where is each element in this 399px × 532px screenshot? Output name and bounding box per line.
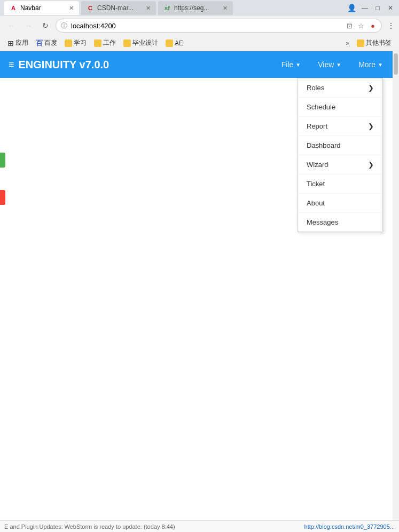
back-button[interactable]: ←: [4, 19, 18, 33]
bm-work-label: 工作: [103, 38, 116, 47]
address-actions: ⊡ ☆ ●: [345, 21, 378, 30]
dropdown-report[interactable]: Report ❯: [298, 117, 382, 136]
maximize-button[interactable]: □: [373, 4, 382, 12]
roles-caret-icon: ❯: [368, 84, 374, 92]
address-bar: ← → ↻ ⓘ ⊡ ☆ ● ⋮: [0, 16, 399, 35]
tab-navbar[interactable]: A Navbar ✕: [4, 1, 79, 15]
translate-icon[interactable]: ⊡: [345, 21, 354, 30]
dropdown-about-label: About: [307, 199, 325, 207]
view-caret-icon: ▼: [336, 62, 341, 68]
file-caret-icon: ▼: [295, 62, 301, 68]
bm-other[interactable]: 其他书签: [354, 37, 395, 49]
dropdown-wizard[interactable]: Wizard ❯: [298, 155, 382, 174]
nav-view-label: View: [318, 60, 334, 69]
dropdown-dashboard[interactable]: Dashboard: [298, 136, 382, 155]
bm-study[interactable]: 学习: [61, 37, 90, 49]
minimize-button[interactable]: —: [361, 4, 369, 12]
lock-icon: ⓘ: [61, 21, 67, 30]
nav-more-label: More: [358, 60, 375, 69]
left-edge-tabs: [0, 153, 5, 205]
bm-graduation-label: 毕业设计: [132, 38, 158, 47]
bm-apps-label: 应用: [15, 38, 28, 47]
profile-button[interactable]: 👤: [347, 4, 356, 12]
angular-icon: A: [10, 4, 17, 12]
csdn-icon: C: [87, 4, 94, 12]
status-text: E and Plugin Updates: WebStorm is ready …: [4, 523, 175, 530]
browser-menu-button[interactable]: ⋮: [387, 21, 395, 30]
status-link[interactable]: http://blog.csdn.net/m0_3772905...: [304, 523, 395, 530]
app-area: ≡ ENGINUITY v7.0.0 File ▼ View ▼ More ▼: [0, 51, 399, 520]
bookmarks-bar: ⊞ 应用 百 百度 学习 工作 毕业设计 AE » 其他书签: [0, 35, 399, 51]
reload-button[interactable]: ↻: [38, 19, 52, 33]
dropdown-roles[interactable]: Roles ❯: [298, 78, 382, 98]
dropdown-messages[interactable]: Messages: [298, 213, 382, 232]
dropdown-dashboard-label: Dashboard: [307, 141, 341, 149]
edge-tab-green[interactable]: [0, 153, 5, 168]
address-wrapper: ⓘ ⊡ ☆ ●: [56, 19, 382, 33]
title-bar: A Navbar ✕ C CSDN-mar... ✕ sf https://se…: [0, 0, 399, 16]
dropdown-schedule-label: Schedule: [307, 103, 335, 111]
tab-label-navbar: Navbar: [20, 4, 66, 12]
new-tab-area[interactable]: [235, 1, 256, 15]
bm-work[interactable]: 工作: [91, 37, 119, 49]
dropdown-about[interactable]: About: [298, 194, 382, 213]
nav-file[interactable]: File ▼: [274, 51, 308, 78]
dropdown-wizard-label: Wizard: [307, 161, 328, 169]
edge-tab-red[interactable]: [0, 190, 5, 205]
report-caret-icon: ❯: [368, 122, 374, 130]
more-dropdown-menu: Roles ❯ Schedule Report ❯ Dashboard Wiza…: [298, 78, 383, 232]
tab-close-navbar[interactable]: ✕: [69, 5, 74, 12]
dropdown-schedule[interactable]: Schedule: [298, 98, 382, 117]
dropdown-ticket[interactable]: Ticket: [298, 174, 382, 194]
nav-view[interactable]: View ▼: [310, 51, 349, 78]
bm-apps[interactable]: ⊞ 应用: [4, 37, 32, 49]
dropdown-roles-label: Roles: [307, 84, 324, 92]
bookmark-star-icon[interactable]: ☆: [356, 21, 366, 30]
window-controls: 👤 — □ ✕: [331, 4, 395, 12]
bm-other-label: 其他书签: [366, 38, 392, 47]
tab-label-csdn: CSDN-mar...: [97, 4, 143, 12]
bm-ae[interactable]: AE: [162, 38, 186, 48]
status-bar: E and Plugin Updates: WebStorm is ready …: [0, 520, 399, 532]
navbar: ≡ ENGINUITY v7.0.0 File ▼ View ▼ More ▼: [0, 51, 399, 78]
nav-file-label: File: [281, 60, 294, 69]
forward-button[interactable]: →: [21, 19, 35, 33]
close-button[interactable]: ✕: [386, 4, 395, 12]
dropdown-messages-label: Messages: [307, 218, 338, 226]
navbar-brand: ENGINUITY v7.0.0: [19, 59, 274, 71]
browser-frame: A Navbar ✕ C CSDN-mar... ✕ sf https://se…: [0, 0, 399, 532]
address-input[interactable]: [56, 19, 382, 33]
nav-more[interactable]: More ▼: [351, 51, 390, 78]
scroll-thumb[interactable]: [394, 53, 398, 75]
bm-more-button[interactable]: »: [342, 38, 353, 48]
wizard-caret-icon: ❯: [368, 161, 374, 169]
sf-icon: sf: [163, 4, 171, 12]
extension-icon[interactable]: ●: [368, 21, 378, 30]
tab-label-sf: https://seg...: [174, 4, 220, 12]
tab-csdn[interactable]: C CSDN-mar... ✕: [81, 1, 156, 15]
bm-graduation[interactable]: 毕业设计: [120, 37, 161, 49]
bm-baidu[interactable]: 百 百度: [33, 37, 60, 49]
scrollbar[interactable]: [393, 51, 399, 520]
dropdown-report-label: Report: [307, 122, 327, 130]
tab-sf[interactable]: sf https://seg... ✕: [158, 1, 233, 15]
bm-baidu-label: 百度: [44, 38, 57, 47]
bm-study-label: 学习: [74, 38, 87, 47]
nav-menu: File ▼ View ▼ More ▼: [274, 51, 390, 78]
hamburger-icon[interactable]: ≡: [9, 59, 14, 70]
more-caret-icon: ▼: [378, 62, 383, 68]
tab-close-csdn[interactable]: ✕: [146, 5, 151, 12]
dropdown-ticket-label: Ticket: [307, 180, 325, 188]
tab-close-sf[interactable]: ✕: [223, 5, 228, 12]
bm-ae-label: AE: [175, 39, 183, 47]
